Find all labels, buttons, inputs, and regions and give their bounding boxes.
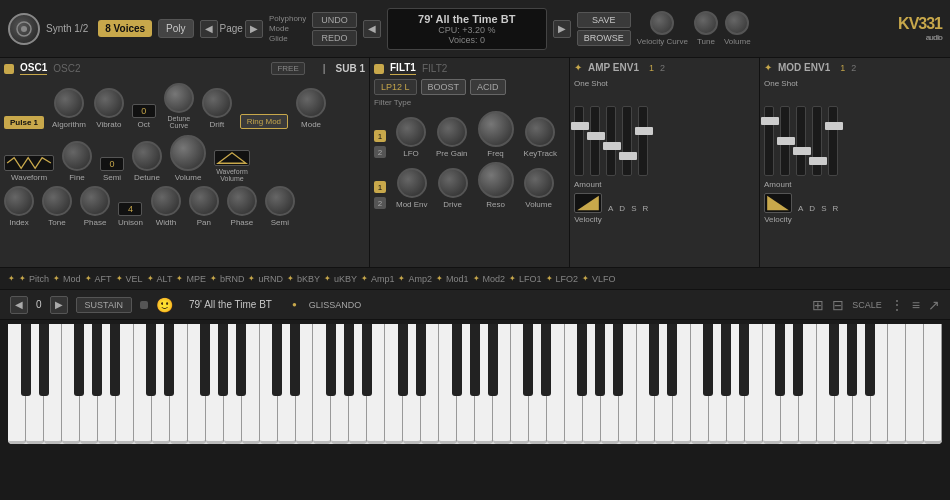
mod-fader2-handle[interactable] — [777, 137, 795, 145]
black-key-4-8[interactable] — [595, 324, 605, 396]
white-key-49[interactable] — [888, 324, 906, 444]
black-key-4-3[interactable] — [541, 324, 551, 396]
black-key-1-1[interactable] — [146, 324, 156, 396]
amp-fader2-handle[interactable] — [587, 132, 605, 140]
amp-fader5-handle[interactable] — [635, 127, 653, 135]
mod-fader1-handle[interactable] — [761, 117, 779, 125]
black-key-4-1[interactable] — [523, 324, 533, 396]
lfo-num1[interactable]: 1 — [374, 130, 386, 142]
black-key-3-6[interactable] — [452, 324, 462, 396]
mod-item-ukby[interactable]: ✦uKBY — [324, 274, 357, 284]
mod-item-lfo1[interactable]: ✦LFO1 — [509, 274, 542, 284]
reso-knob[interactable] — [478, 162, 514, 198]
black-key-5-1[interactable] — [649, 324, 659, 396]
pan-knob[interactable] — [189, 186, 219, 216]
sliders-icon[interactable]: ⊟ — [832, 297, 844, 313]
key-track-knob[interactable] — [525, 117, 555, 147]
browse-button[interactable]: BROWSE — [577, 30, 631, 46]
mod-item-urnd[interactable]: ✦uRND — [248, 274, 283, 284]
phase2-knob[interactable] — [227, 186, 257, 216]
lfo-num2[interactable]: 2 — [374, 146, 386, 158]
vibrato-knob[interactable] — [94, 88, 124, 118]
index-knob[interactable] — [4, 186, 34, 216]
preset-prev-button[interactable]: ◀ — [363, 20, 381, 38]
mod-fader3-handle[interactable] — [793, 147, 811, 155]
mod-env-num2[interactable]: 2 — [374, 197, 386, 209]
velocity-curve-knob[interactable] — [650, 11, 674, 35]
amp-env-num2[interactable]: 2 — [660, 63, 665, 73]
pulse1-button[interactable]: Pulse 1 — [4, 116, 44, 129]
mod-item-mod[interactable]: ✦Mod — [53, 274, 81, 284]
fine-knob[interactable] — [62, 141, 92, 171]
mod-item-brnd[interactable]: ✦bRND — [210, 274, 245, 284]
mod-fader5-handle[interactable] — [825, 122, 843, 130]
black-key-3-3[interactable] — [416, 324, 426, 396]
osc1-tab[interactable]: OSC1 — [20, 62, 47, 75]
amp-fader4-handle[interactable] — [619, 152, 637, 160]
bottom-prev-button[interactable]: ◀ — [10, 296, 28, 314]
mod-item-bkby[interactable]: ✦bKBY — [287, 274, 320, 284]
mod-fader3-track[interactable] — [796, 106, 806, 176]
mod-item-aft[interactable]: ✦AFT — [85, 274, 112, 284]
black-key-5-8[interactable] — [721, 324, 731, 396]
amp-fader1-track[interactable] — [574, 106, 584, 176]
boost-button[interactable]: BOOST — [421, 79, 467, 95]
black-key-0-8[interactable] — [92, 324, 102, 396]
amp-fader3-handle[interactable] — [603, 142, 621, 150]
undo-button[interactable]: UNDO — [312, 12, 357, 28]
mod-item-vel[interactable]: ✦VEL — [116, 274, 143, 284]
detune-curve-knob[interactable] — [164, 83, 194, 113]
black-key-2-8[interactable] — [344, 324, 354, 396]
sustain-button[interactable]: SUSTAIN — [76, 297, 132, 313]
filter-volume-knob[interactable] — [524, 168, 554, 198]
drive-knob[interactable] — [438, 168, 468, 198]
black-key-2-6[interactable] — [326, 324, 336, 396]
volume-knob[interactable] — [725, 11, 749, 35]
osc2-tab[interactable]: OSC2 — [53, 63, 80, 74]
sequencer-icon[interactable]: ≡ — [912, 297, 920, 313]
scale-label[interactable]: SCALE — [852, 300, 882, 310]
black-key-1-10[interactable] — [236, 324, 246, 396]
black-key-1-6[interactable] — [200, 324, 210, 396]
semi-display[interactable]: 0 — [100, 157, 124, 171]
black-key-0-10[interactable] — [110, 324, 120, 396]
mod-env-n2[interactable]: 2 — [851, 63, 856, 73]
filter-lfo-knob[interactable] — [396, 117, 426, 147]
black-key-0-6[interactable] — [74, 324, 84, 396]
mod-item-vlfo[interactable]: ✦VLFO — [582, 274, 616, 284]
mod-item-mod1[interactable]: ✦Mod1 — [436, 274, 469, 284]
page-prev-button[interactable]: ◀ — [200, 20, 218, 38]
black-key-5-6[interactable] — [703, 324, 713, 396]
amp-fader4-track[interactable] — [622, 106, 632, 176]
amp-velocity-shape[interactable] — [574, 193, 602, 213]
mod-env-n1[interactable]: 1 — [840, 63, 845, 73]
smiley-icon[interactable]: 🙂 — [156, 297, 173, 313]
arpeggio-icon[interactable]: ⋮ — [890, 297, 904, 313]
black-key-6-1[interactable] — [775, 324, 785, 396]
voices-button[interactable]: 8 Voices — [98, 20, 152, 37]
mod-item-mpe[interactable]: ✦MPE — [176, 274, 206, 284]
preset-next-button[interactable]: ▶ — [553, 20, 571, 38]
osc-volume-knob[interactable] — [170, 135, 206, 171]
mod-item-pitch[interactable]: ✦Pitch — [19, 274, 49, 284]
black-key-6-6[interactable] — [829, 324, 839, 396]
black-key-2-10[interactable] — [362, 324, 372, 396]
acid-button[interactable]: ACID — [470, 79, 506, 95]
black-key-3-10[interactable] — [488, 324, 498, 396]
drift-knob[interactable] — [202, 88, 232, 118]
mod-item-lfo2[interactable]: ✦LFO2 — [546, 274, 579, 284]
waveform-display[interactable] — [4, 155, 54, 171]
black-key-4-10[interactable] — [613, 324, 623, 396]
black-key-3-1[interactable] — [398, 324, 408, 396]
white-key-51[interactable] — [924, 324, 942, 444]
mod-item-alt[interactable]: ✦ALT — [147, 274, 173, 284]
filter-type-button[interactable]: LP12 L — [374, 79, 417, 95]
unison-display[interactable]: 4 — [118, 202, 142, 216]
mod-fader2-track[interactable] — [780, 106, 790, 176]
amp-fader3-track[interactable] — [606, 106, 616, 176]
black-key-2-3[interactable] — [290, 324, 300, 396]
black-key-5-10[interactable] — [739, 324, 749, 396]
detune-knob[interactable] — [132, 141, 162, 171]
black-key-5-3[interactable] — [667, 324, 677, 396]
mod-item-mod2[interactable]: ✦Mod2 — [473, 274, 506, 284]
